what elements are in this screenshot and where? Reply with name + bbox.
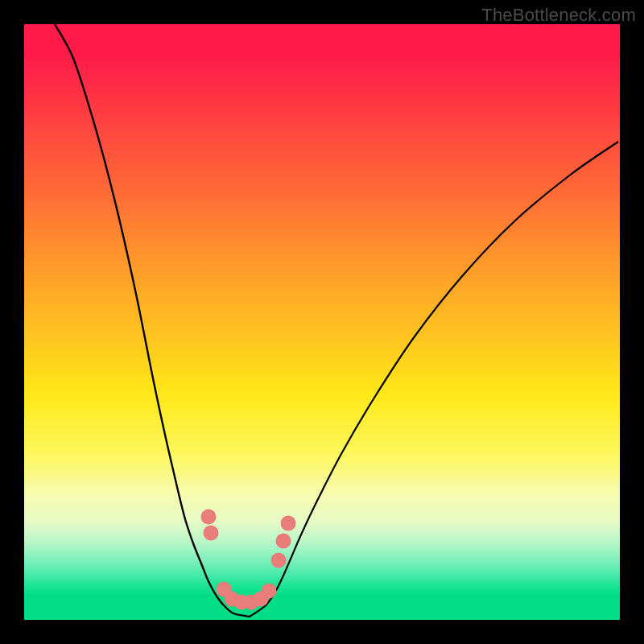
plot-frame [24, 24, 620, 620]
right-curve [250, 142, 618, 617]
marker-point [281, 516, 296, 531]
watermark-text: TheBottleneck.com [481, 5, 636, 26]
marker-point [262, 584, 277, 599]
marker-point [201, 510, 217, 525]
curve-layer [24, 24, 620, 620]
marker-point [271, 553, 287, 568]
marker-point [204, 526, 219, 541]
marker-point [276, 534, 291, 549]
left-curve [55, 24, 250, 617]
